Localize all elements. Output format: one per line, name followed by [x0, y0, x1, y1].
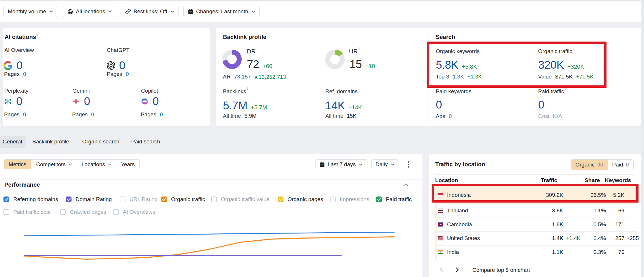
metric-checkbox-organic-traffic-value[interactable]: Organic traffic value: [211, 196, 270, 202]
info-icon[interactable]: i: [359, 87, 360, 91]
backlink-search-card: Backlink profile DRi 72 +60 AR 73,157 13…: [216, 28, 641, 126]
column-keywords[interactable]: Keywords: [591, 177, 631, 184]
info-icon[interactable]: i: [37, 33, 38, 37]
paid-keywords-value[interactable]: 0: [436, 98, 442, 111]
checkbox-unchecked-icon[interactable]: [60, 209, 66, 215]
granularity-button[interactable]: Daily: [371, 159, 398, 169]
checkbox-checked-icon[interactable]: [66, 196, 72, 202]
tab-backlink-profile[interactable]: Backlink profile: [32, 136, 69, 148]
more-options-kebab-button[interactable]: [405, 161, 412, 168]
checkbox-unchecked-icon[interactable]: [3, 209, 9, 215]
info-icon[interactable]: i: [481, 47, 482, 51]
perplexity-pages-value[interactable]: 0: [23, 111, 26, 118]
segment-locations[interactable]: Locations: [77, 160, 116, 169]
metric-checkbox-ai-overviews[interactable]: AI Overviews: [113, 209, 155, 215]
metric-checkbox-paid-traffic[interactable]: Paid traffic: [376, 196, 412, 202]
location-name[interactable]: Indonesia: [447, 192, 471, 198]
location-name[interactable]: India: [447, 249, 459, 255]
ads-value-link[interactable]: 0: [449, 113, 452, 119]
info-icon[interactable]: i: [573, 47, 574, 51]
column-traffic[interactable]: Traffic: [528, 177, 557, 184]
locations-filter-button[interactable]: All locations: [63, 6, 116, 17]
metric-checkbox-crawled-pages[interactable]: Crawled pages: [60, 209, 106, 215]
copilot-value[interactable]: 0: [153, 95, 159, 108]
segment-competitors[interactable]: Competitors: [31, 160, 76, 169]
organic-keywords-value[interactable]: 5.8K: [436, 59, 458, 71]
chatgpt-pages-value[interactable]: 0: [126, 71, 129, 77]
checkbox-unchecked-icon[interactable]: [330, 196, 336, 202]
top3-value-link[interactable]: 1.3K: [453, 74, 464, 80]
location-name[interactable]: Cambodia: [447, 221, 472, 228]
ar-rank-link[interactable]: 73,157: [234, 74, 251, 80]
performance-line-chart[interactable]: [0, 222, 423, 277]
metric-checkbox-paid-traffic-cost[interactable]: Paid traffic cost: [3, 209, 51, 215]
location-row-india[interactable]: India1.1K0.3%76: [435, 245, 638, 259]
metric-checkbox-label: Crawled pages: [70, 209, 106, 215]
changes-filter-button[interactable]: Changes: Last month: [183, 6, 260, 17]
calendar-icon: [188, 9, 194, 14]
location-row-cambodia[interactable]: Cambodia1.6K0.5%171: [435, 218, 638, 231]
info-icon[interactable]: i: [257, 47, 258, 51]
location-name[interactable]: United States: [447, 235, 480, 242]
metric-checkbox-url-rating[interactable]: URL Rating: [120, 196, 158, 202]
gemini-pages-value[interactable]: 0: [91, 111, 94, 118]
info-icon[interactable]: i: [359, 47, 360, 51]
traffic-value: 3.6K: [534, 207, 563, 214]
checkbox-checked-icon[interactable]: [376, 196, 382, 202]
paid-traffic-value[interactable]: 0: [538, 98, 544, 111]
keywords-value[interactable]: 257: [596, 235, 624, 242]
checkbox-checked-icon[interactable]: [278, 196, 283, 202]
metric-checkbox-domain-rating[interactable]: Domain Rating: [66, 196, 112, 202]
organic-traffic-value[interactable]: 320K: [538, 59, 564, 71]
perplexity-value[interactable]: 0: [16, 95, 22, 108]
ai-overview-pages-value[interactable]: 0: [23, 71, 26, 77]
ur-delta: +10: [365, 63, 375, 70]
checkbox-checked-icon[interactable]: [161, 196, 167, 202]
tab-organic-search[interactable]: Organic search: [82, 136, 119, 148]
copilot-pages-value[interactable]: 0: [160, 111, 163, 118]
metric-checkbox-impressions[interactable]: Impressions: [330, 196, 369, 202]
segment-years[interactable]: Years: [116, 160, 139, 169]
location-name[interactable]: Thailand: [447, 207, 468, 214]
info-icon[interactable]: i: [247, 87, 248, 91]
location-row-indonesia[interactable]: Indonesia309.2K96.5%5.2K: [435, 186, 638, 204]
chatgpt-value[interactable]: 0: [119, 59, 125, 72]
best-links-filter-button[interactable]: Best links: Off: [121, 6, 179, 17]
ref-domains-value[interactable]: 14K: [325, 99, 345, 112]
keywords-value[interactable]: 171: [596, 221, 624, 228]
location-row-thailand[interactable]: Thailand3.6K1.1%69: [435, 204, 638, 218]
info-icon[interactable]: i: [565, 87, 566, 91]
ai-overview-value[interactable]: 0: [16, 59, 22, 72]
keywords-delta: +255: [626, 235, 639, 242]
info-icon[interactable]: i: [473, 87, 474, 91]
column-location[interactable]: Location: [435, 177, 458, 184]
checkbox-unchecked-icon[interactable]: [120, 196, 125, 202]
keywords-value[interactable]: 5.2K: [596, 192, 624, 198]
tab-paid-search[interactable]: Paid search: [131, 136, 160, 148]
toggle-organic[interactable]: Organic 90: [571, 160, 608, 170]
tab-general[interactable]: General: [0, 136, 26, 148]
backlinks-value[interactable]: 5.7M: [223, 99, 247, 112]
checkbox-checked-icon[interactable]: [3, 196, 9, 202]
value-row: Value $71.5K +71.5K: [538, 74, 594, 80]
prev-page-chevron-icon[interactable]: [439, 267, 444, 273]
next-page-chevron-icon[interactable]: [454, 267, 460, 273]
monthly-volume-filter-button[interactable]: Monthly volume: [3, 6, 57, 17]
scrollbar-track[interactable]: [641, 0, 644, 277]
date-range-button[interactable]: Last 7 days: [315, 159, 367, 169]
keywords-value[interactable]: 76: [596, 249, 624, 255]
metric-checkbox-organic-traffic[interactable]: Organic traffic: [161, 196, 205, 202]
location-row-united-states[interactable]: United States1.4K+1.4K0.4%257+255: [435, 231, 638, 245]
checkbox-unchecked-icon[interactable]: [211, 196, 217, 202]
metric-checkbox-organic-pages[interactable]: Organic pages: [278, 196, 323, 202]
segment-metrics[interactable]: Metrics: [4, 159, 31, 169]
compare-top5-link[interactable]: Compare top 5 on chart: [472, 267, 530, 273]
chevron-down-icon: [49, 10, 53, 13]
gemini-value[interactable]: 0: [84, 95, 90, 108]
toggle-paid[interactable]: Paid 0: [608, 160, 633, 170]
collapse-chevron-up-icon[interactable]: [403, 183, 408, 186]
traffic-value: 309.2K: [534, 192, 563, 198]
metric-checkbox-referring-domains[interactable]: Referring domains: [3, 196, 58, 202]
checkbox-unchecked-icon[interactable]: [113, 209, 119, 215]
keywords-value[interactable]: 69: [596, 207, 624, 214]
